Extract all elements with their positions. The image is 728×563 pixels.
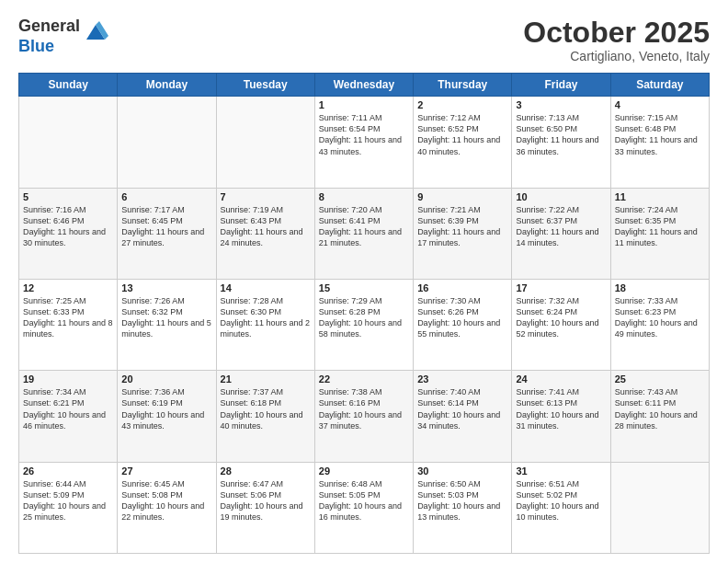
day-number: 4 xyxy=(615,99,705,110)
table-row: 19Sunrise: 7:34 AM Sunset: 6:21 PM Dayli… xyxy=(19,371,118,462)
month-title: October 2025 xyxy=(523,17,710,49)
day-number: 24 xyxy=(516,373,606,385)
table-row: 24Sunrise: 7:41 AM Sunset: 6:13 PM Dayli… xyxy=(512,371,610,462)
day-info: Sunrise: 7:41 AM Sunset: 6:13 PM Dayligh… xyxy=(516,386,606,431)
table-row: 14Sunrise: 7:28 AM Sunset: 6:30 PM Dayli… xyxy=(216,279,314,370)
day-number: 17 xyxy=(516,282,606,293)
day-number: 23 xyxy=(417,373,507,385)
day-number: 20 xyxy=(121,373,211,385)
table-row: 18Sunrise: 7:33 AM Sunset: 6:23 PM Dayli… xyxy=(610,279,709,370)
table-row: 23Sunrise: 7:40 AM Sunset: 6:14 PM Dayli… xyxy=(414,371,512,462)
day-info: Sunrise: 7:12 AM Sunset: 6:52 PM Dayligh… xyxy=(417,112,507,157)
calendar-week-row: 1Sunrise: 7:11 AM Sunset: 6:54 PM Daylig… xyxy=(19,97,710,188)
day-info: Sunrise: 6:51 AM Sunset: 5:02 PM Dayligh… xyxy=(516,478,606,523)
day-number: 31 xyxy=(516,465,606,477)
header-monday: Monday xyxy=(118,74,216,97)
header-saturday: Saturday xyxy=(610,74,709,97)
page: General Blue October 2025 Cartigliano, V… xyxy=(0,0,728,563)
day-info: Sunrise: 6:48 AM Sunset: 5:05 PM Dayligh… xyxy=(319,478,409,523)
day-info: Sunrise: 7:37 AM Sunset: 6:18 PM Dayligh… xyxy=(221,386,311,431)
day-number: 26 xyxy=(23,465,113,477)
table-row: 20Sunrise: 7:36 AM Sunset: 6:19 PM Dayli… xyxy=(118,371,216,462)
table-row: 15Sunrise: 7:29 AM Sunset: 6:28 PM Dayli… xyxy=(314,279,413,370)
table-row: 22Sunrise: 7:38 AM Sunset: 6:16 PM Dayli… xyxy=(314,371,413,462)
day-number: 2 xyxy=(417,99,507,110)
table-row xyxy=(19,97,118,188)
day-info: Sunrise: 7:15 AM Sunset: 6:48 PM Dayligh… xyxy=(615,112,705,157)
day-info: Sunrise: 7:26 AM Sunset: 6:32 PM Dayligh… xyxy=(121,295,211,340)
day-number: 29 xyxy=(319,465,409,477)
day-info: Sunrise: 6:45 AM Sunset: 5:08 PM Dayligh… xyxy=(121,478,211,523)
day-info: Sunrise: 7:25 AM Sunset: 6:33 PM Dayligh… xyxy=(23,295,113,340)
table-row: 1Sunrise: 7:11 AM Sunset: 6:54 PM Daylig… xyxy=(314,97,413,188)
logo-blue: Blue xyxy=(18,37,80,57)
day-number: 14 xyxy=(221,282,311,293)
table-row: 10Sunrise: 7:22 AM Sunset: 6:37 PM Dayli… xyxy=(512,188,610,279)
day-number: 9 xyxy=(417,191,507,202)
day-info: Sunrise: 6:47 AM Sunset: 5:06 PM Dayligh… xyxy=(221,478,311,523)
day-number: 12 xyxy=(23,282,113,293)
table-row: 7Sunrise: 7:19 AM Sunset: 6:43 PM Daylig… xyxy=(216,188,314,279)
day-number: 10 xyxy=(516,191,606,202)
day-number: 21 xyxy=(221,373,311,385)
day-info: Sunrise: 7:34 AM Sunset: 6:21 PM Dayligh… xyxy=(23,386,113,431)
day-number: 7 xyxy=(221,191,311,202)
table-row: 13Sunrise: 7:26 AM Sunset: 6:32 PM Dayli… xyxy=(118,279,216,370)
day-info: Sunrise: 7:40 AM Sunset: 6:14 PM Dayligh… xyxy=(417,386,507,431)
day-number: 8 xyxy=(319,191,409,202)
day-info: Sunrise: 7:17 AM Sunset: 6:45 PM Dayligh… xyxy=(121,204,211,249)
calendar-week-row: 12Sunrise: 7:25 AM Sunset: 6:33 PM Dayli… xyxy=(19,279,710,370)
day-info: Sunrise: 7:28 AM Sunset: 6:30 PM Dayligh… xyxy=(221,295,311,340)
header-friday: Friday xyxy=(512,74,610,97)
table-row: 8Sunrise: 7:20 AM Sunset: 6:41 PM Daylig… xyxy=(314,188,413,279)
table-row: 27Sunrise: 6:45 AM Sunset: 5:08 PM Dayli… xyxy=(118,462,216,553)
day-number: 11 xyxy=(615,191,705,202)
day-info: Sunrise: 7:32 AM Sunset: 6:24 PM Dayligh… xyxy=(516,295,606,340)
day-info: Sunrise: 7:13 AM Sunset: 6:50 PM Dayligh… xyxy=(516,112,606,157)
table-row: 4Sunrise: 7:15 AM Sunset: 6:48 PM Daylig… xyxy=(610,97,709,188)
table-row: 6Sunrise: 7:17 AM Sunset: 6:45 PM Daylig… xyxy=(118,188,216,279)
day-number: 13 xyxy=(121,282,211,293)
header-wednesday: Wednesday xyxy=(314,74,413,97)
day-number: 5 xyxy=(23,191,113,202)
header-thursday: Thursday xyxy=(414,74,512,97)
title-section: October 2025 Cartigliano, Veneto, Italy xyxy=(523,17,710,63)
day-number: 16 xyxy=(417,282,507,293)
day-info: Sunrise: 7:38 AM Sunset: 6:16 PM Dayligh… xyxy=(319,386,409,431)
day-info: Sunrise: 7:24 AM Sunset: 6:35 PM Dayligh… xyxy=(615,204,705,249)
table-row: 31Sunrise: 6:51 AM Sunset: 5:02 PM Dayli… xyxy=(512,462,610,553)
day-number: 18 xyxy=(615,282,705,293)
day-info: Sunrise: 7:29 AM Sunset: 6:28 PM Dayligh… xyxy=(319,295,409,340)
day-number: 6 xyxy=(121,191,211,202)
table-row: 30Sunrise: 6:50 AM Sunset: 5:03 PM Dayli… xyxy=(414,462,512,553)
table-row: 26Sunrise: 6:44 AM Sunset: 5:09 PM Dayli… xyxy=(19,462,118,553)
header-sunday: Sunday xyxy=(19,74,118,97)
table-row xyxy=(118,97,216,188)
day-info: Sunrise: 7:33 AM Sunset: 6:23 PM Dayligh… xyxy=(615,295,705,340)
day-number: 28 xyxy=(221,465,311,477)
table-row: 25Sunrise: 7:43 AM Sunset: 6:11 PM Dayli… xyxy=(610,371,709,462)
day-info: Sunrise: 7:30 AM Sunset: 6:26 PM Dayligh… xyxy=(417,295,507,340)
table-row: 5Sunrise: 7:16 AM Sunset: 6:46 PM Daylig… xyxy=(19,188,118,279)
day-number: 1 xyxy=(319,99,409,110)
header-tuesday: Tuesday xyxy=(216,74,314,97)
day-info: Sunrise: 6:50 AM Sunset: 5:03 PM Dayligh… xyxy=(417,478,507,523)
day-number: 3 xyxy=(516,99,606,110)
calendar-week-row: 26Sunrise: 6:44 AM Sunset: 5:09 PM Dayli… xyxy=(19,462,710,553)
day-number: 19 xyxy=(23,373,113,385)
table-row: 28Sunrise: 6:47 AM Sunset: 5:06 PM Dayli… xyxy=(216,462,314,553)
logo: General Blue xyxy=(18,17,108,56)
table-row xyxy=(216,97,314,188)
day-number: 22 xyxy=(319,373,409,385)
day-number: 15 xyxy=(319,282,409,293)
day-info: Sunrise: 7:43 AM Sunset: 6:11 PM Dayligh… xyxy=(615,386,705,431)
table-row: 12Sunrise: 7:25 AM Sunset: 6:33 PM Dayli… xyxy=(19,279,118,370)
table-row: 11Sunrise: 7:24 AM Sunset: 6:35 PM Dayli… xyxy=(610,188,709,279)
day-info: Sunrise: 7:36 AM Sunset: 6:19 PM Dayligh… xyxy=(121,386,211,431)
location-subtitle: Cartigliano, Veneto, Italy xyxy=(523,49,710,63)
logo-icon xyxy=(83,19,108,45)
calendar-week-row: 5Sunrise: 7:16 AM Sunset: 6:46 PM Daylig… xyxy=(19,188,710,279)
day-info: Sunrise: 7:19 AM Sunset: 6:43 PM Dayligh… xyxy=(221,204,311,249)
table-row: 16Sunrise: 7:30 AM Sunset: 6:26 PM Dayli… xyxy=(414,279,512,370)
day-info: Sunrise: 7:16 AM Sunset: 6:46 PM Dayligh… xyxy=(23,204,113,249)
